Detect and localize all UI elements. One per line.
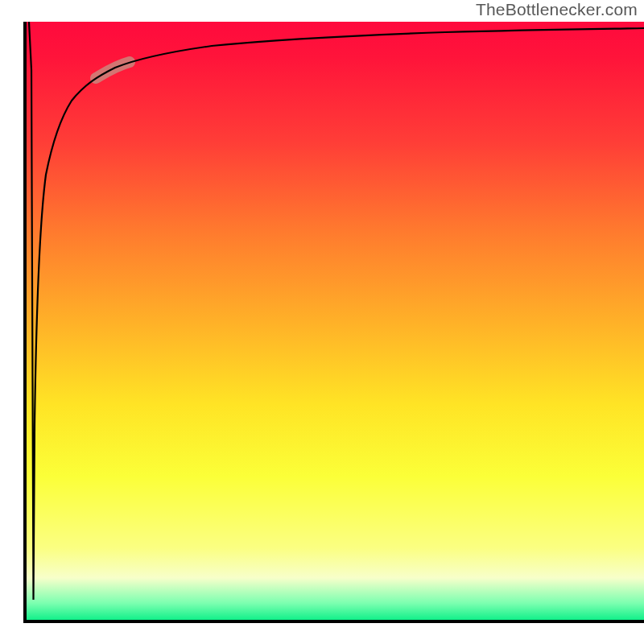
curve-svg — [27, 22, 644, 620]
x-axis — [23, 620, 644, 623]
y-axis — [23, 22, 27, 622]
bottleneck-curve — [29, 22, 644, 600]
chart-container: TheBottlenecker.com — [0, 0, 644, 644]
watermark-text: TheBottlenecker.com — [476, 0, 638, 19]
